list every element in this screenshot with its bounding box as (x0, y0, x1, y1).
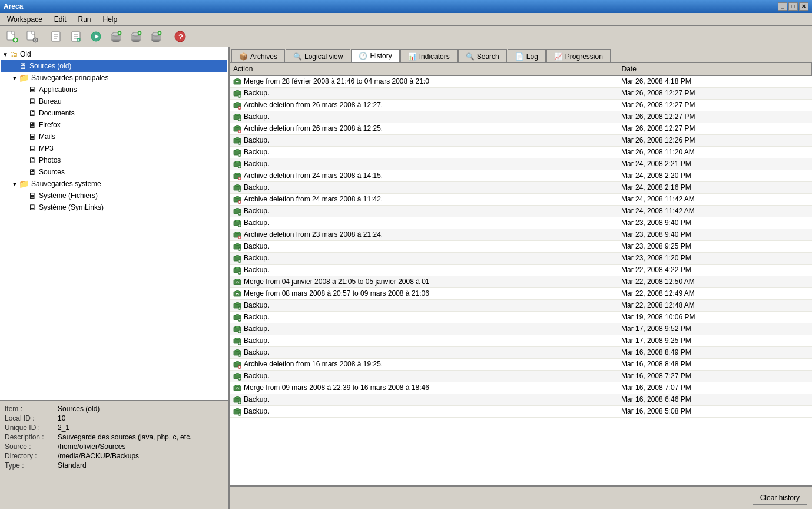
tree-item-applications[interactable]: 🖥 Applications (1, 84, 227, 95)
tree-item-bureau[interactable]: 🖥 Bureau (1, 95, 227, 107)
tab-progression-label: Progression (565, 52, 603, 61)
table-row[interactable]: Backup.Mar 22, 2008 12:48 AM (230, 299, 812, 311)
table-row[interactable]: Archive deletion from 24 mars 2008 à 11:… (230, 193, 812, 205)
table-row[interactable]: Backup.Mar 23, 2008 1:20 PM (230, 252, 812, 264)
tab-archives[interactable]: 📦 Archives (231, 49, 285, 62)
col-header-date[interactable]: Date (618, 63, 812, 75)
tree-item-sources-old[interactable]: 🖥 Sources (old) (1, 60, 227, 72)
tree-item-mails[interactable]: 🖥 Mails (1, 131, 227, 143)
cell-date: Mar 24, 2008 11:42 AM (618, 205, 812, 217)
cell-date: Mar 26, 2008 12:27 PM (618, 87, 812, 99)
backup-diff-button[interactable] (147, 28, 165, 45)
new-button[interactable] (2, 28, 21, 45)
minimize-button[interactable]: _ (778, 2, 787, 11)
table-row[interactable]: Backup.Mar 24, 2008 11:42 AM (230, 205, 812, 217)
delete-icon (233, 101, 244, 109)
tree-item-systeme-fichiers[interactable]: 🖥 Système (Fichiers) (1, 190, 227, 201)
clear-history-button[interactable]: Clear history (753, 491, 807, 505)
cell-action: Backup. (230, 87, 618, 99)
simulate-button[interactable] (87, 28, 105, 45)
tab-indicators[interactable]: 📊 Indicators (400, 49, 458, 62)
table-row[interactable]: Backup.Mar 26, 2008 12:26 PM (230, 134, 812, 146)
table-row[interactable]: Archive deletion from 24 mars 2008 à 14:… (230, 170, 812, 181)
close-button[interactable]: ✕ (799, 2, 808, 11)
table-row[interactable]: Backup.Mar 16, 2008 5:08 PM (230, 405, 812, 417)
menu-edit[interactable]: Edit (49, 14, 71, 25)
tree-toggle-old[interactable]: ▼ (2, 51, 9, 58)
table-row[interactable]: Merge from 09 mars 2008 à 22:39 to 16 ma… (230, 382, 812, 394)
tab-indicators-label: Indicators (419, 52, 450, 61)
backup-full-button[interactable] (107, 28, 125, 45)
table-row[interactable]: Backup.Mar 23, 2008 9:40 PM (230, 217, 812, 229)
tab-log[interactable]: 📄 Log (508, 49, 546, 62)
tree-item-systeme-symlinks[interactable]: 🖥 Système (SymLinks) (1, 201, 227, 213)
settings-button[interactable] (22, 28, 41, 45)
table-row[interactable]: Archive deletion from 26 mars 2008 à 12:… (230, 123, 812, 134)
table-row[interactable]: Backup.Mar 16, 2008 7:27 PM (230, 370, 812, 382)
tab-bar: 📦 Archives 🔍 Logical view 🕐 History 📊 In… (230, 47, 812, 63)
tree-label-bureau: Bureau (39, 97, 62, 105)
cell-action: Archive deletion from 23 mars 2008 à 21:… (230, 229, 618, 240)
help-button[interactable]: ? (171, 28, 190, 45)
tree-item-sauv-systeme[interactable]: ▼ 📁 Sauvegardes systeme (1, 178, 227, 190)
svg-point-67 (235, 149, 240, 151)
disk-icon-6: 🖥 (28, 132, 37, 141)
svg-point-117 (235, 267, 240, 269)
tab-archives-label: Archives (250, 52, 277, 61)
table-row[interactable]: Backup.Mar 17, 2008 9:25 PM (230, 335, 812, 346)
tree-item-mp3[interactable]: 🖥 MP3 (1, 143, 227, 154)
maximize-button[interactable]: □ (788, 2, 798, 11)
tree-area[interactable]: ▼ 🗂 Old 🖥 Sources (old) ▼ 📁 Sauvegardes … (0, 47, 228, 400)
info-description-label: Description : (5, 433, 58, 441)
tree-item-sauv-principales[interactable]: ▼ 📁 Sauvegardes principales (1, 72, 227, 84)
table-row[interactable]: Backup.Mar 19, 2008 10:06 PM (230, 311, 812, 323)
cell-action: Merge from 28 février 2008 à 21:46 to 04… (230, 75, 618, 87)
cell-action: Merge from 04 janvier 2008 à 21:05 to 05… (230, 276, 618, 287)
tree-toggle-sauv[interactable]: ▼ (12, 75, 19, 81)
table-row[interactable]: Backup.Mar 26, 2008 11:20 AM (230, 146, 812, 158)
table-row[interactable]: Backup.Mar 22, 2008 4:22 PM (230, 264, 812, 276)
info-source-value: /home/olivier/Sources (58, 442, 224, 451)
tree-item-firefox[interactable]: 🖥 Firefox (1, 119, 227, 131)
menu-run[interactable]: Run (74, 14, 96, 25)
backup-inc-button[interactable] (127, 28, 145, 45)
table-row[interactable]: Backup.Mar 26, 2008 12:27 PM (230, 111, 812, 123)
merge-icon (233, 77, 244, 85)
table-row[interactable]: Merge from 28 février 2008 à 21:46 to 04… (230, 75, 812, 87)
table-row[interactable]: Merge from 08 mars 2008 à 20:57 to 09 ma… (230, 287, 812, 299)
col-header-action[interactable]: Action (230, 63, 618, 75)
doc-button[interactable] (47, 28, 65, 45)
cell-date: Mar 17, 2008 9:25 PM (618, 335, 812, 346)
table-row[interactable]: Archive deletion from 23 mars 2008 à 21:… (230, 229, 812, 240)
table-row[interactable]: Backup.Mar 16, 2008 8:49 PM (230, 346, 812, 358)
table-row[interactable]: Archive deletion from 16 mars 2008 à 19:… (230, 358, 812, 370)
tree-item-sources[interactable]: 🖥 Sources (1, 166, 227, 178)
table-row[interactable]: Backup.Mar 24, 2008 2:21 PM (230, 158, 812, 170)
cell-date: Mar 22, 2008 12:48 AM (618, 299, 812, 311)
edit-button[interactable] (67, 28, 85, 45)
cell-date: Mar 22, 2008 4:22 PM (618, 264, 812, 276)
menu-help[interactable]: Help (98, 14, 122, 25)
table-row[interactable]: Backup.Mar 16, 2008 6:46 PM (230, 394, 812, 405)
tab-search[interactable]: 🔍 Search (458, 49, 507, 62)
action-text: Archive deletion from 24 mars 2008 à 14:… (244, 171, 383, 180)
tree-item-old[interactable]: ▼ 🗂 Old (1, 48, 227, 60)
cell-date: Mar 24, 2008 2:16 PM (618, 181, 812, 193)
merge-icon (233, 277, 244, 286)
tab-progression[interactable]: 📈 Progression (546, 49, 611, 62)
table-row[interactable]: Backup.Mar 24, 2008 2:16 PM (230, 181, 812, 193)
table-row[interactable]: Backup.Mar 26, 2008 12:27 PM (230, 87, 812, 99)
table-row[interactable]: Merge from 04 janvier 2008 à 21:05 to 05… (230, 276, 812, 287)
table-row[interactable]: Archive deletion from 26 mars 2008 à 12:… (230, 99, 812, 111)
history-table-container[interactable]: Action Date Merge from 28 février 2008 à… (230, 63, 812, 485)
tab-history[interactable]: 🕐 History (351, 49, 399, 62)
table-row[interactable]: Backup.Mar 23, 2008 9:25 PM (230, 240, 812, 252)
tree-toggle-systeme[interactable]: ▼ (12, 181, 19, 187)
tree-item-documents[interactable]: 🖥 Documents (1, 107, 227, 119)
menu-workspace[interactable]: Workspace (2, 14, 47, 25)
tree-item-photos[interactable]: 🖥 Photos (1, 154, 227, 166)
cell-date: Mar 26, 2008 12:26 PM (618, 134, 812, 146)
tab-logical-view[interactable]: 🔍 Logical view (286, 49, 350, 62)
table-row[interactable]: Backup.Mar 17, 2008 9:52 PM (230, 323, 812, 335)
cell-date: Mar 22, 2008 12:50 AM (618, 276, 812, 287)
